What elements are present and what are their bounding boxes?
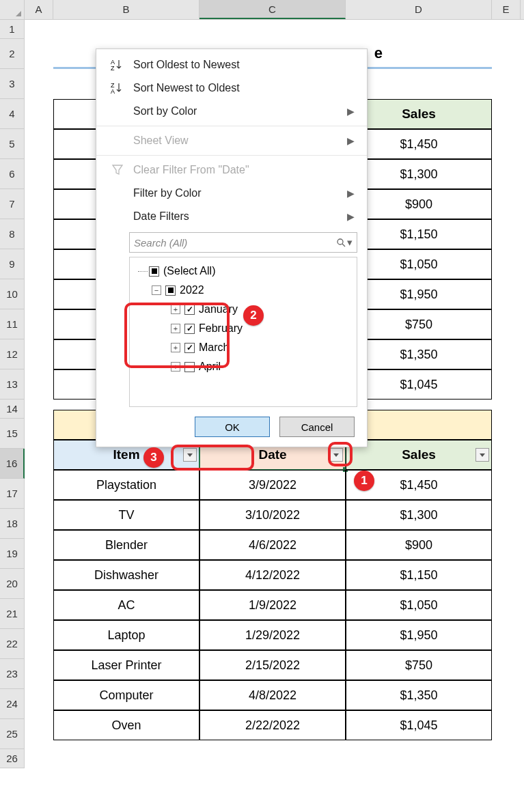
date-cell[interactable]: 4/12/2022 <box>199 560 346 590</box>
top-sales-header[interactable]: Sales <box>346 99 492 129</box>
sales-cell[interactable]: $900 <box>346 530 492 560</box>
tree-month-april[interactable]: + April <box>135 357 351 376</box>
row-23[interactable]: 23 <box>0 659 25 689</box>
callout-badge-3: 3 <box>143 447 164 468</box>
filter-search-input[interactable]: Search (All) ▾ <box>129 232 357 253</box>
item-cell[interactable]: Blender <box>53 530 199 560</box>
sort-newest-menuitem[interactable]: ZA Sort Newest to Oldest <box>96 76 367 100</box>
top-sales-cell[interactable]: $1,300 <box>346 159 492 189</box>
item-cell[interactable]: Playstation <box>53 470 199 500</box>
expand-icon[interactable]: + <box>171 362 180 372</box>
row-14[interactable]: 14 <box>0 400 25 419</box>
row-17[interactable]: 17 <box>0 479 25 509</box>
select-all-corner[interactable] <box>0 0 25 19</box>
col-B[interactable]: B <box>53 0 199 19</box>
checkbox-mixed-icon[interactable] <box>149 266 159 277</box>
sales-cell[interactable]: $1,950 <box>346 620 492 650</box>
checkbox-checked-icon[interactable] <box>184 305 195 315</box>
item-cell[interactable]: Laptop <box>53 620 199 650</box>
col-E[interactable]: E <box>492 0 521 19</box>
row-24[interactable]: 24 <box>0 689 25 719</box>
checkbox-checked-icon[interactable] <box>184 343 195 353</box>
item-header-label: Item <box>113 447 139 462</box>
row-2[interactable]: 2 <box>0 39 25 69</box>
sort-by-color-menuitem[interactable]: Sort by Color ▶ <box>96 100 367 123</box>
sales-cell[interactable]: $1,300 <box>346 500 492 530</box>
filter-button-sales[interactable] <box>475 448 489 462</box>
checkbox-unchecked-icon[interactable] <box>184 362 195 372</box>
row-10[interactable]: 10 <box>0 279 25 309</box>
col-A[interactable]: A <box>25 0 53 19</box>
clear-filter-menuitem: Clear Filter From "Date" <box>96 158 367 182</box>
sales-cell[interactable]: $1,150 <box>346 560 492 590</box>
item-cell[interactable]: TV <box>53 500 199 530</box>
date-cell[interactable]: 3/10/2022 <box>199 500 346 530</box>
top-sales-cell[interactable]: $1,350 <box>346 339 492 369</box>
sales-cell[interactable]: $750 <box>346 650 492 680</box>
item-cell[interactable]: Computer <box>53 680 199 710</box>
expand-icon[interactable]: + <box>171 324 180 333</box>
item-cell[interactable]: Dishwasher <box>53 560 199 590</box>
sales-cell[interactable]: $1,350 <box>346 680 492 710</box>
row-9[interactable]: 9 <box>0 249 25 279</box>
top-sales-cell[interactable]: $900 <box>346 189 492 219</box>
row-8[interactable]: 8 <box>0 219 25 249</box>
date-filters-label: Date Filters <box>133 210 189 223</box>
row-3[interactable]: 3 <box>0 69 25 99</box>
top-sales-cell[interactable]: $1,450 <box>346 129 492 159</box>
row-4[interactable]: 4 <box>0 99 25 129</box>
row-11[interactable]: 11 <box>0 309 25 339</box>
row-16[interactable]: 16 <box>0 449 25 479</box>
sales-cell[interactable]: $1,050 <box>346 590 492 620</box>
row-19[interactable]: 19 <box>0 539 25 569</box>
date-cell[interactable]: 4/6/2022 <box>199 530 346 560</box>
row-12[interactable]: 12 <box>0 339 25 369</box>
item-cell[interactable]: Laser Printer <box>53 650 199 680</box>
checkbox-checked-icon[interactable] <box>184 324 195 334</box>
expand-icon[interactable]: + <box>171 343 180 352</box>
date-cell[interactable]: 3/9/2022 <box>199 470 346 500</box>
row-15[interactable]: 15 <box>0 419 25 449</box>
item-cell[interactable]: Oven <box>53 710 199 740</box>
filter-by-color-menuitem[interactable]: Filter by Color ▶ <box>96 182 367 205</box>
row-25[interactable]: 25 <box>0 719 25 749</box>
row-21[interactable]: 21 <box>0 599 25 629</box>
tree-select-all[interactable]: (Select All) <box>135 262 351 281</box>
date-cell[interactable]: 1/29/2022 <box>199 620 346 650</box>
col-C[interactable]: C <box>199 0 346 19</box>
checkbox-mixed-icon[interactable] <box>165 285 176 296</box>
row-20[interactable]: 20 <box>0 569 25 599</box>
filter-button-item[interactable] <box>183 448 197 462</box>
sales-header[interactable]: Sales <box>346 440 492 470</box>
collapse-icon[interactable]: − <box>152 285 161 295</box>
row-26[interactable]: 26 <box>0 749 25 768</box>
top-sales-cell[interactable]: $1,045 <box>346 369 492 400</box>
sales-cell[interactable]: $1,045 <box>346 710 492 740</box>
filter-button-date[interactable] <box>329 448 343 462</box>
date-cell[interactable]: 1/9/2022 <box>199 590 346 620</box>
date-cell[interactable]: 4/8/2022 <box>199 680 346 710</box>
top-sales-cell[interactable]: $1,050 <box>346 249 492 279</box>
cancel-button[interactable]: Cancel <box>279 417 355 437</box>
tree-year-2022[interactable]: − 2022 <box>135 281 351 300</box>
top-sales-cell[interactable]: $1,950 <box>346 279 492 309</box>
top-sales-cell[interactable]: $750 <box>346 309 492 339</box>
row-18[interactable]: 18 <box>0 509 25 539</box>
col-D[interactable]: D <box>346 0 492 19</box>
expand-icon[interactable]: + <box>171 305 180 314</box>
sort-oldest-menuitem[interactable]: AZ Sort Oldest to Newest <box>96 53 367 76</box>
row-5[interactable]: 5 <box>0 129 25 159</box>
date-cell[interactable]: 2/15/2022 <box>199 650 346 680</box>
ok-button[interactable]: OK <box>195 417 270 437</box>
date-filters-menuitem[interactable]: Date Filters ▶ <box>96 205 367 228</box>
row-22[interactable]: 22 <box>0 629 25 659</box>
tree-month-march[interactable]: + March <box>135 338 351 357</box>
top-sales-cell[interactable]: $1,150 <box>346 219 492 249</box>
row-13[interactable]: 13 <box>0 369 25 400</box>
row-1[interactable]: 1 <box>0 20 25 39</box>
row-6[interactable]: 6 <box>0 159 25 189</box>
tree-month-february[interactable]: + February <box>135 319 351 338</box>
row-7[interactable]: 7 <box>0 189 25 219</box>
item-cell[interactable]: AC <box>53 590 199 620</box>
date-cell[interactable]: 2/22/2022 <box>199 710 346 740</box>
